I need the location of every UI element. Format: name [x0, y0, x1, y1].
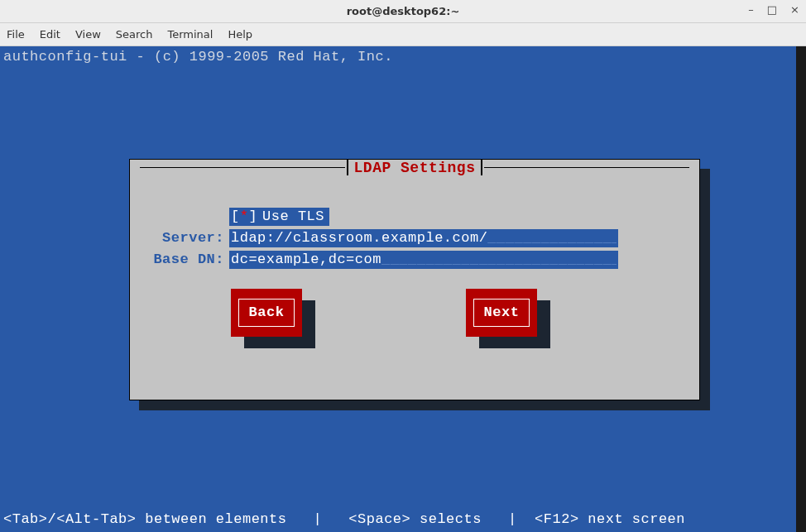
- menu-terminal[interactable]: Terminal: [167, 28, 213, 41]
- window-titlebar: root@desktop62:~ – □ ×: [0, 0, 806, 23]
- dialog-frame-line: [484, 167, 689, 168]
- server-input-value: ldap://classroom.example.com/: [231, 229, 487, 247]
- base-dn-input-value: dc=example,dc=com: [231, 251, 381, 269]
- next-button[interactable]: Next: [466, 289, 537, 337]
- menu-edit[interactable]: Edit: [40, 28, 60, 41]
- window-title: root@desktop62:~: [347, 5, 460, 17]
- base-dn-input[interactable]: dc=example,dc=com ______________________…: [229, 251, 618, 269]
- ldap-settings-dialog: LDAP Settings [*] Use TLS Server: ldap:/…: [129, 159, 700, 400]
- close-icon[interactable]: ×: [790, 3, 799, 16]
- server-label: Server:: [140, 229, 229, 247]
- menu-search[interactable]: Search: [116, 28, 153, 41]
- terminal-area: authconfig-tui - (c) 1999-2005 Red Hat, …: [0, 46, 806, 532]
- minimize-icon[interactable]: –: [748, 3, 754, 16]
- app-header-line: authconfig-tui - (c) 1999-2005 Red Hat, …: [3, 48, 806, 66]
- maximize-icon[interactable]: □: [767, 3, 777, 16]
- base-dn-label: Base DN:: [140, 251, 229, 269]
- status-hint-line: <Tab>/<Alt-Tab> between elements | <Spac…: [3, 510, 801, 529]
- server-input[interactable]: ldap://classroom.example.com/ __________…: [229, 229, 618, 247]
- back-button[interactable]: Back: [231, 289, 302, 337]
- window-controls: – □ ×: [748, 3, 799, 16]
- next-button-label: Next: [473, 299, 530, 327]
- checkbox-star-icon: *: [240, 208, 249, 224]
- menu-help[interactable]: Help: [228, 28, 252, 41]
- field-underscore-fill: _________________: [487, 229, 616, 247]
- server-row: Server: ldap://classroom.example.com/ __…: [140, 229, 618, 247]
- dialog-title: LDAP Settings: [130, 159, 699, 177]
- back-button-label: Back: [238, 299, 295, 327]
- dialog-title-row: LDAP Settings: [130, 159, 699, 177]
- base-dn-row: Base DN: dc=example,dc=com _____________…: [140, 251, 618, 269]
- use-tls-label: Use TLS: [259, 208, 329, 226]
- dialog-frame-bar: [481, 159, 482, 175]
- field-underscore-fill: _____________________________: [381, 251, 616, 269]
- menu-file[interactable]: File: [7, 28, 25, 41]
- menu-view[interactable]: View: [75, 28, 101, 41]
- right-edge-decoration: [796, 46, 806, 532]
- use-tls-checkbox[interactable]: [*]: [229, 208, 259, 226]
- menubar: File Edit View Search Terminal Help: [0, 23, 806, 46]
- use-tls-row: [*] Use TLS: [229, 208, 329, 226]
